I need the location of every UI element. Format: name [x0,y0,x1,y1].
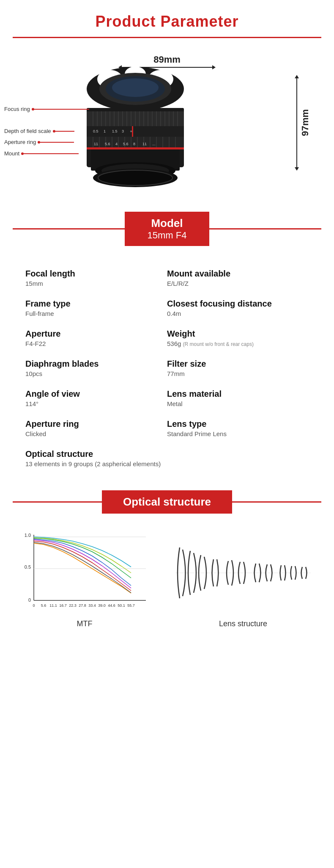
spec-diaphragm-blades: Diaphragm blades 10pcs [25,353,167,383]
svg-text:33.4: 33.4 [88,603,96,608]
svg-text:11: 11 [94,142,98,146]
svg-text:22.3: 22.3 [69,603,77,608]
svg-text:1: 1 [104,129,106,133]
model-section: Model 15mm F4 [13,212,321,246]
specs-section: Focal length 15mm Mount available E/L/R/… [0,254,334,486]
lens-structure-container: Lens structure [171,531,315,628]
optical-title: Optical structure [123,495,211,509]
spec-angle-of-view: Angle of view 114° [25,383,167,413]
svg-text:5.6: 5.6 [41,603,47,608]
svg-point-6 [112,78,159,97]
svg-text:0: 0 [33,603,35,608]
specs-grid: Focal length 15mm Mount available E/L/R/… [25,263,309,473]
svg-rect-38 [132,126,133,137]
mount-label: Mount [4,150,79,157]
model-title: Model [146,217,188,230]
height-annotation: 97mm [296,78,311,167]
svg-text:27.8: 27.8 [79,603,86,608]
svg-text:4: 4 [115,142,118,146]
spec-aperture: Aperture F4-F22 [25,323,167,353]
lens-structure-label: Lens structure [219,619,267,628]
page-title: Product Parameter [0,0,334,37]
svg-text:5.6: 5.6 [123,142,129,146]
spec-focal-length: Focal length 15mm [25,263,167,293]
lens-diagram-section: 89mm 97mm 7 [0,38,334,199]
spec-filter-size: Filter size 77mm [167,353,309,383]
lens-image: 7Artisans [59,66,211,190]
spec-frame-type: Frame type Full-frame [25,293,167,323]
svg-text:1.5: 1.5 [112,129,118,133]
svg-text:44.6: 44.6 [108,603,115,608]
mtf-chart-container: 1.0 0.5 0 0 5.6 11.1 16.7 22.3 27.8 33.4… [19,531,150,628]
svg-text:55.7: 55.7 [127,603,135,608]
height-label: 97mm [300,109,311,136]
spec-lens-material: Lens material Metal [167,383,309,413]
svg-text:11: 11 [142,142,147,146]
mtf-label: MTF [77,619,93,628]
svg-text:...: ... [152,142,156,146]
svg-rect-32 [87,126,184,137]
focus-ring-label: Focus ring [4,106,89,112]
svg-text:50.1: 50.1 [118,603,125,608]
spec-closest-focusing: Closest focusing distance 0.4m [167,293,309,323]
mtf-chart: 1.0 0.5 0 0 5.6 11.1 16.7 22.3 27.8 33.4… [19,531,150,615]
svg-text:39.0: 39.0 [98,603,106,608]
lens-structure-diagram [171,531,315,615]
svg-point-66 [98,170,172,185]
svg-text:0.5: 0.5 [93,129,99,133]
model-box: Model 15mm F4 [125,212,209,246]
width-label: 89mm [153,54,181,65]
optical-box: Optical structure [102,490,232,514]
model-value: 15mm F4 [146,230,188,241]
optical-section-header: Optical structure [13,490,321,514]
svg-text:11.1: 11.1 [49,603,57,608]
svg-rect-54 [87,147,184,149]
spec-optical-structure: Optical structure 13 elements in 9 group… [25,443,309,473]
svg-text:3: 3 [122,129,124,133]
svg-text:1.0: 1.0 [25,533,31,538]
spec-weight: Weight 536g (R mount w/o front & rear ca… [167,323,309,353]
svg-text:8: 8 [133,142,135,146]
svg-text:16.7: 16.7 [59,603,67,608]
svg-text:0.5: 0.5 [25,564,31,569]
spec-aperture-ring: Aperture ring Clicked [25,413,167,443]
spec-lens-type: Lens type Standard Prime Lens [167,413,309,443]
svg-text:0: 0 [28,597,31,603]
charts-section: 1.0 0.5 0 0 5.6 11.1 16.7 22.3 27.8 33.4… [0,522,334,637]
aperture-ring-label: Aperture ring [4,139,74,145]
depth-of-field-label: Depth of field scale [4,128,74,134]
spec-mount-available: Mount available E/L/R/Z [167,263,309,293]
svg-text:5.6: 5.6 [105,142,110,146]
